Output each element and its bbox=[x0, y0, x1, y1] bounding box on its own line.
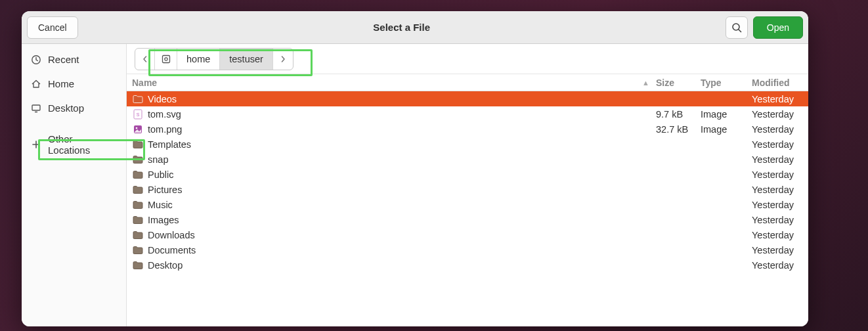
svg-point-8 bbox=[164, 57, 167, 60]
file-row[interactable]: PublicYesterday bbox=[127, 167, 808, 182]
file-name: Videos bbox=[148, 94, 656, 104]
dialog-title: Select a File bbox=[78, 22, 726, 33]
folder-icon bbox=[132, 260, 144, 271]
path-bar: hometestuser bbox=[127, 44, 808, 74]
search-button[interactable] bbox=[726, 16, 748, 39]
file-modified: Yesterday bbox=[752, 260, 802, 271]
file-modified: Yesterday bbox=[752, 185, 802, 195]
file-row[interactable]: DesktopYesterday bbox=[127, 257, 808, 273]
folder-icon bbox=[132, 94, 144, 104]
file-row[interactable]: DocumentsYesterday bbox=[127, 242, 808, 257]
sidebar-item-label: Desktop bbox=[48, 102, 84, 114]
svg-line-1 bbox=[739, 30, 741, 32]
folder-icon bbox=[132, 200, 144, 210]
file-type: Image bbox=[701, 109, 752, 120]
file-modified: Yesterday bbox=[752, 139, 802, 150]
folder-icon bbox=[132, 185, 144, 195]
file-modified: Yesterday bbox=[752, 109, 802, 120]
breadcrumb-segment-testuser[interactable]: testuser bbox=[220, 49, 273, 70]
file-list[interactable]: VideosYesterdayStom.svg9.7 kBImageYester… bbox=[127, 91, 808, 326]
svg-text:S: S bbox=[137, 112, 140, 117]
sidebar-item-home[interactable]: Home bbox=[22, 72, 126, 95]
file-modified: Yesterday bbox=[752, 245, 802, 255]
folder-icon bbox=[132, 154, 144, 165]
folder-icon bbox=[132, 245, 144, 255]
file-chooser-dialog: Cancel Select a File Open RecentHomeDesk… bbox=[22, 11, 808, 326]
column-header-type[interactable]: Type bbox=[701, 77, 752, 88]
file-name: Downloads bbox=[148, 230, 656, 240]
clock-icon bbox=[31, 55, 41, 65]
file-size: 9.7 kB bbox=[656, 109, 701, 120]
sidebar-item-label: Recent bbox=[48, 54, 79, 65]
file-modified: Yesterday bbox=[752, 169, 802, 180]
file-row[interactable]: PicturesYesterday bbox=[127, 182, 808, 197]
open-button[interactable]: Open bbox=[753, 16, 803, 39]
file-row[interactable]: DownloadsYesterday bbox=[127, 227, 808, 242]
file-name: Desktop bbox=[148, 260, 656, 271]
titlebar: Cancel Select a File Open bbox=[22, 11, 808, 44]
file-row[interactable]: Stom.svg9.7 kBImageYesterday bbox=[127, 106, 808, 121]
sidebar: RecentHomeDesktopOther Locations bbox=[22, 44, 127, 326]
folder-icon bbox=[132, 230, 144, 240]
sidebar-item-recent[interactable]: Recent bbox=[22, 48, 126, 71]
home-icon bbox=[31, 79, 41, 89]
file-row[interactable]: ImagesYesterday bbox=[127, 212, 808, 227]
file-name: Templates bbox=[148, 139, 656, 150]
sidebar-item-label: Home bbox=[48, 78, 74, 89]
breadcrumb: hometestuser bbox=[135, 48, 293, 70]
folder-icon bbox=[132, 169, 144, 180]
file-modified: Yesterday bbox=[752, 230, 802, 240]
file-name: snap bbox=[148, 154, 656, 165]
file-modified: Yesterday bbox=[752, 124, 802, 135]
file-name: Documents bbox=[148, 245, 656, 255]
main-panel: hometestuser Name ▲ Size Type Modified V… bbox=[127, 44, 808, 326]
file-row[interactable]: tom.png32.7 kBImageYesterday bbox=[127, 121, 808, 137]
sort-ascending-icon: ▲ bbox=[642, 79, 649, 87]
image-file-icon: S bbox=[132, 109, 144, 120]
file-name: Pictures bbox=[148, 185, 656, 195]
disk-icon bbox=[162, 55, 171, 64]
sidebar-item-desktop[interactable]: Desktop bbox=[22, 97, 126, 120]
cancel-button[interactable]: Cancel bbox=[27, 16, 78, 39]
plus-icon bbox=[31, 139, 41, 150]
file-modified: Yesterday bbox=[752, 200, 802, 210]
file-size: 32.7 kB bbox=[656, 124, 701, 135]
file-row[interactable]: snapYesterday bbox=[127, 152, 808, 167]
file-name: tom.png bbox=[148, 124, 656, 135]
file-row[interactable]: VideosYesterday bbox=[127, 91, 808, 106]
file-modified: Yesterday bbox=[752, 94, 802, 104]
file-name: Public bbox=[148, 169, 656, 180]
column-headers: Name ▲ Size Type Modified bbox=[127, 74, 808, 91]
file-modified: Yesterday bbox=[752, 154, 802, 165]
sidebar-item-label: Other Locations bbox=[48, 133, 117, 156]
file-name: Music bbox=[148, 200, 656, 210]
breadcrumb-segment-home[interactable]: home bbox=[177, 49, 220, 70]
chevron-left-icon bbox=[142, 56, 148, 62]
column-header-name[interactable]: Name ▲ bbox=[127, 77, 656, 88]
search-icon bbox=[731, 22, 742, 33]
image-file-icon bbox=[132, 124, 144, 135]
folder-icon bbox=[132, 215, 144, 225]
chevron-right-icon bbox=[280, 56, 286, 62]
file-type: Image bbox=[701, 124, 752, 135]
desktop-icon bbox=[31, 103, 41, 114]
breadcrumb-root-button[interactable] bbox=[155, 49, 177, 70]
file-modified: Yesterday bbox=[752, 215, 802, 225]
breadcrumb-back-button[interactable] bbox=[135, 49, 155, 70]
svg-rect-7 bbox=[162, 55, 169, 62]
file-row[interactable]: MusicYesterday bbox=[127, 197, 808, 212]
svg-point-12 bbox=[136, 127, 138, 129]
column-header-size[interactable]: Size bbox=[656, 77, 701, 88]
column-header-modified[interactable]: Modified bbox=[752, 77, 802, 88]
file-row[interactable]: TemplatesYesterday bbox=[127, 137, 808, 152]
svg-rect-3 bbox=[32, 105, 40, 110]
folder-icon bbox=[132, 139, 144, 150]
sidebar-item-other-locations[interactable]: Other Locations bbox=[22, 127, 126, 162]
file-name: tom.svg bbox=[148, 109, 656, 120]
file-name: Images bbox=[148, 215, 656, 225]
breadcrumb-forward-button[interactable] bbox=[273, 49, 293, 70]
